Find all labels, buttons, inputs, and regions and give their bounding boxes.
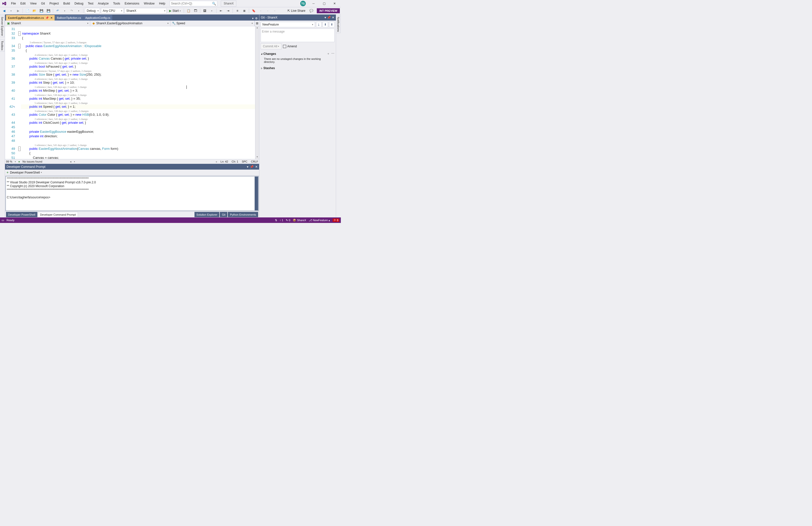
indent-less-icon[interactable]: ⇤ — [218, 8, 224, 14]
menu-view[interactable]: View — [28, 1, 39, 6]
config-dropdown[interactable]: Debug — [85, 8, 100, 14]
user-avatar[interactable]: TG — [300, 1, 306, 6]
tb-gray-1[interactable]: ▫ — [258, 8, 264, 14]
search-input[interactable] — [171, 2, 212, 5]
menu-file[interactable]: File — [9, 1, 18, 6]
status-indent[interactable]: SPC — [242, 160, 248, 163]
panel-close-icon[interactable]: ✕ — [332, 16, 334, 19]
zoom-dropdown-icon[interactable]: ▾ — [15, 161, 16, 163]
status-eol[interactable]: CRLF — [251, 160, 258, 163]
code-body[interactable]: namespace ShareX{ 3 references | Taysser… — [21, 26, 255, 159]
branch-dropdown[interactable]: NewFeature — [261, 22, 315, 27]
close-tab-icon[interactable]: ✕ — [50, 16, 53, 19]
terminal-type-dropdown-icon[interactable]: ▾ — [41, 171, 42, 174]
menu-debug[interactable]: Debug — [72, 1, 85, 6]
panel-close-icon[interactable]: ✕ — [255, 165, 258, 168]
issues-label[interactable]: No issues found — [23, 160, 42, 163]
minimize-button[interactable]: ─ — [308, 0, 319, 7]
code-editor[interactable]: 313233343536373839404142✎434445464748495… — [5, 26, 259, 159]
indent-more-icon[interactable]: ⇥ — [225, 8, 231, 14]
undo-split[interactable]: ▾ — [62, 8, 68, 14]
redo-button[interactable]: ↷ — [69, 8, 75, 14]
tb-icon-3s[interactable]: ▾ — [209, 8, 215, 14]
repo-sync-icon[interactable]: ⇅ — [275, 219, 277, 222]
commit-message-input[interactable]: Enter a message — [261, 29, 335, 42]
panel-dropdown-icon[interactable]: ▾ — [247, 165, 248, 168]
feedback-button[interactable]: 💬 — [308, 8, 314, 14]
tab-easteregg[interactable]: EasterEggAboutAnimation.cs 📌 ✕ — [6, 15, 55, 20]
notifications-tab[interactable]: Notifications — [336, 16, 340, 33]
changes-section-header[interactable]: Changes ＋⋯ — [259, 50, 336, 57]
redo-split[interactable]: ▾ — [76, 8, 82, 14]
tab-appconfig[interactable]: ApplicationConfig.cs — [83, 15, 112, 20]
new-project-button[interactable]: 📄 — [24, 8, 30, 14]
amend-checkbox[interactable]: Amend — [283, 45, 297, 48]
tb-gray-2[interactable]: ▫ — [265, 8, 271, 14]
save-all-button[interactable]: 💾 — [45, 8, 52, 14]
terminal-scrollbar[interactable] — [255, 177, 258, 210]
tab-balloontip[interactable]: BalloonTipAction.cs — [55, 15, 83, 20]
maximize-button[interactable]: ▢ — [319, 0, 329, 7]
fetch-button[interactable]: ⭳ — [316, 22, 321, 27]
nav-project[interactable]: ▣ ShareX ▾ — [5, 20, 90, 26]
terminal-type-label[interactable]: Developer PowerShell — [10, 171, 40, 174]
server-explorer-tab[interactable]: Server Explorer — [0, 16, 4, 37]
comment-icon[interactable]: ≡ — [234, 8, 240, 14]
tab-solution-explorer[interactable]: Solution Explorer — [194, 212, 219, 217]
commit-all-button[interactable]: Commit All — [261, 43, 281, 49]
startup-project-dropdown[interactable]: ShareX — [125, 8, 166, 14]
menu-analyze[interactable]: Analyze — [96, 1, 111, 6]
bookmark-icon[interactable]: 🔖 — [251, 8, 257, 14]
tabs-gear-icon[interactable]: ⚙ — [255, 16, 258, 20]
scroll-up-icon[interactable]: ▴ — [256, 26, 259, 30]
menu-git[interactable]: Git — [39, 1, 47, 6]
hscroll-left-icon[interactable]: ◂ — [216, 160, 217, 163]
checkbox-icon[interactable] — [283, 45, 286, 48]
menu-build[interactable]: Build — [61, 1, 72, 6]
menu-project[interactable]: Project — [47, 1, 61, 6]
stage-add-icon[interactable]: ＋ — [327, 51, 330, 56]
panel-pin-icon[interactable]: 📌 — [327, 16, 331, 19]
panel-dropdown-icon[interactable]: ▾ — [324, 16, 326, 19]
tab-dev-cmd[interactable]: Developer Command Prompt — [38, 212, 78, 217]
pending-changes[interactable]: ✎ 0 — [286, 219, 290, 222]
tab-git[interactable]: Git — [220, 212, 227, 217]
open-file-button[interactable]: 📂 — [31, 8, 37, 14]
live-share-button[interactable]: ⇱ Live Share — [286, 9, 307, 13]
save-button[interactable]: 💾 — [38, 8, 44, 14]
stashes-section-header[interactable]: Stashes — [259, 65, 336, 71]
fold-column[interactable]: −−−− — [17, 26, 21, 159]
start-debug-button[interactable]: ▶ Start ▾ — [168, 8, 182, 14]
toolbox-tab[interactable]: Toolbox — [0, 40, 4, 51]
nav-back-split[interactable]: ▾ — [8, 8, 14, 14]
close-button[interactable]: ✕ — [329, 0, 340, 7]
scroll-down-icon[interactable]: ▾ — [256, 155, 259, 159]
tb-icon-3[interactable]: 🖼 — [202, 8, 208, 14]
nav-class[interactable]: ◆ ShareX.EasterEggAboutAnimation ▾ — [90, 20, 171, 26]
notification-badge[interactable]: 🏳 8 — [333, 219, 339, 222]
undo-button[interactable]: ↶ — [55, 8, 61, 14]
terminal-output[interactable]: ****************************************… — [5, 176, 259, 211]
platform-dropdown[interactable]: Any CPU — [101, 8, 124, 14]
tb-gray-3[interactable]: ▫ — [272, 8, 278, 14]
split-view-icon[interactable]: ⊞ — [255, 20, 259, 26]
outgoing-commits[interactable]: ↑ 1 — [280, 219, 284, 222]
branch-indicator[interactable]: ⎇ NewFeature ▴ — [309, 219, 330, 222]
vertical-scrollbar[interactable]: ▴ ▾ — [255, 26, 259, 159]
menu-window[interactable]: Window — [142, 1, 157, 6]
menu-help[interactable]: Help — [157, 1, 168, 6]
pin-icon[interactable]: 📌 — [45, 16, 49, 19]
zoom-level[interactable]: 99 % — [6, 160, 12, 163]
small-dropdown-icon[interactable]: ▾ — [74, 161, 75, 163]
search-box[interactable]: 🔍 — [170, 1, 217, 6]
chevron-left-icon[interactable]: ◂ — [70, 160, 71, 163]
menu-test[interactable]: Test — [86, 1, 96, 6]
panel-pin-icon[interactable]: 📌 — [250, 165, 253, 168]
nav-back-button[interactable]: ◀ — [1, 8, 7, 14]
menu-tools[interactable]: Tools — [111, 1, 122, 6]
tb-icon-1[interactable]: 📋 — [186, 8, 191, 14]
pull-button[interactable]: ⬇ — [322, 22, 328, 27]
uncomment-icon[interactable]: ≣ — [241, 8, 247, 14]
add-terminal-icon[interactable]: ＋ — [6, 170, 9, 175]
tb-icon-2[interactable]: 🗔 — [192, 8, 199, 14]
